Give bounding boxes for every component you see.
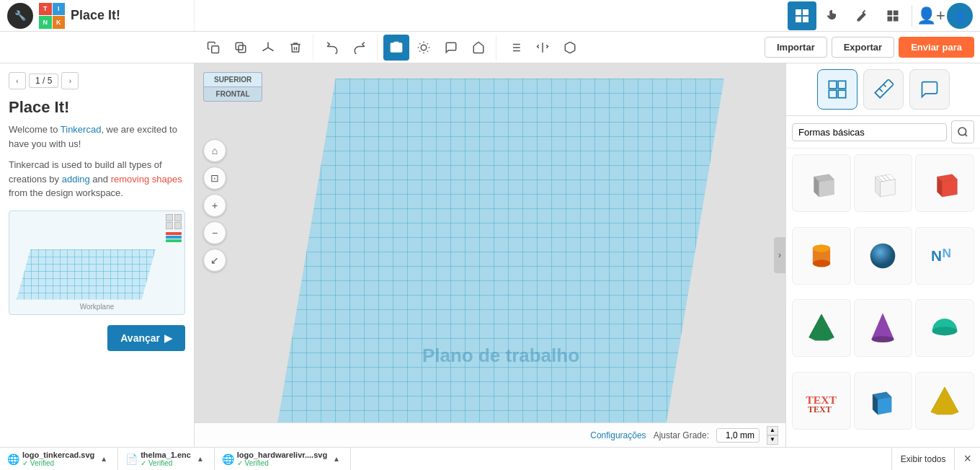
redo-btn[interactable]: [347, 35, 373, 61]
light-btn[interactable]: [411, 35, 437, 61]
next-page-btn[interactable]: ›: [61, 72, 79, 89]
svg-rect-4: [888, 10, 893, 15]
config-link[interactable]: Configurações: [590, 430, 646, 440]
canvas-bottom-bar: Configurações Ajustar Grade: ▲ ▼: [195, 422, 785, 447]
edit-tools: [315, 35, 378, 61]
zoom-in-btn[interactable]: +: [203, 194, 226, 217]
shape-search-btn[interactable]: [951, 120, 974, 143]
fit-view-btn[interactable]: ⊡: [203, 167, 226, 190]
duplicate-btn[interactable]: [228, 35, 254, 61]
group-btn[interactable]: [557, 35, 583, 61]
dl-close-btn[interactable]: ×: [954, 448, 980, 470]
more-tools: [498, 35, 587, 61]
undo-btn[interactable]: [319, 35, 345, 61]
home-view-btn[interactable]: ⌂: [203, 139, 226, 162]
user-avatar[interactable]: 👤: [947, 3, 973, 29]
topbar-logo: 🔧 T I N K Place It!: [0, 0, 195, 31]
shape-box-striped[interactable]: [854, 154, 913, 212]
camera-btn[interactable]: [383, 35, 409, 61]
right-panel-collapse-btn[interactable]: ›: [774, 237, 785, 273]
app-icon: 🔧: [7, 3, 33, 29]
shape2-btn[interactable]: [466, 35, 491, 61]
svg-rect-10: [239, 45, 246, 53]
topbar-actions: 👤+ 👤: [788, 1, 980, 30]
svg-point-50: [870, 243, 896, 268]
perspective-btn[interactable]: ↙: [203, 249, 226, 272]
build-btn[interactable]: [848, 1, 877, 30]
download-item-3: 🌐 logo_hardwarelivr....svg ✓ Verified ▲: [215, 448, 351, 470]
advance-btn[interactable]: Avançar ▶: [107, 325, 185, 351]
svg-marker-55: [872, 313, 894, 339]
grade-down-btn[interactable]: ▼: [767, 435, 778, 445]
shape-cylinder-orange[interactable]: [792, 227, 851, 285]
shape-blue-box[interactable]: [854, 372, 913, 430]
dl-icon-2: 📄: [125, 453, 138, 465]
shape-half-sphere[interactable]: [915, 299, 974, 357]
dl-show-all-btn[interactable]: Exibir todos: [891, 448, 955, 470]
add-user-btn[interactable]: 👤+: [917, 1, 945, 30]
workplane-btn[interactable]: [255, 35, 281, 61]
shape-sphere-teal[interactable]: [854, 227, 913, 285]
workplane-grid[interactable]: [277, 79, 724, 425]
svg-rect-28: [829, 90, 837, 98]
svg-marker-64: [931, 386, 958, 414]
export-btn[interactable]: Exportar: [832, 37, 894, 58]
hand-tool-btn[interactable]: [818, 1, 847, 30]
left-panel: ‹ 1 / 5 › Place It! Welcome to Tinkercad…: [0, 63, 195, 447]
toolbar: Importar Exportar Enviar para: [0, 32, 980, 63]
svg-point-56: [872, 336, 894, 342]
dl-expand-1[interactable]: ▲: [97, 455, 110, 463]
view-controls: ⌂ ⊡ + − ↙: [203, 139, 226, 272]
send-btn[interactable]: Enviar para: [899, 37, 974, 58]
download-item-1: 🌐 logo_tinkercad.svg ✓ Verified ▲: [0, 448, 118, 470]
comment-btn[interactable]: [438, 35, 464, 61]
thumb-workplane-grid: [17, 249, 156, 300]
gallery-btn[interactable]: [878, 1, 907, 30]
right-panel: Formas básicas: [785, 63, 980, 447]
panel-title: Place It!: [9, 98, 185, 117]
copy-btn[interactable]: [200, 35, 226, 61]
shape-text3d[interactable]: N N: [915, 227, 974, 285]
svg-text:N: N: [943, 245, 952, 260]
delete-btn[interactable]: [282, 35, 308, 61]
workplane-area: Plano de trabalho: [231, 85, 771, 418]
svg-text:N: N: [931, 247, 942, 263]
shape-yellow-triangle[interactable]: [915, 372, 974, 430]
toolbar-right: Importar Exportar Enviar para: [765, 37, 974, 58]
zoom-out-btn[interactable]: −: [203, 221, 226, 244]
dl-expand-2[interactable]: ▲: [194, 455, 207, 463]
workplane: Plano de trabalho: [277, 79, 724, 425]
svg-rect-2: [796, 17, 801, 22]
grade-up-btn[interactable]: ▲: [767, 426, 778, 435]
grid-view-btn[interactable]: [788, 1, 816, 30]
dl-file-info-1: logo_tinkercad.svg ✓ Verified: [22, 451, 94, 467]
svg-rect-5: [894, 10, 899, 15]
ruler-panel-btn[interactable]: [863, 69, 904, 110]
prev-page-btn[interactable]: ‹: [9, 72, 26, 89]
center-canvas[interactable]: SUPERIOR FRONTAL ⌂ ⊡ + − ↙ Plano de trab…: [195, 63, 785, 447]
view-cube[interactable]: SUPERIOR FRONTAL: [203, 72, 262, 102]
dl-icon-3: 🌐: [222, 453, 234, 465]
svg-marker-54: [808, 314, 834, 340]
dl-expand-3[interactable]: ▲: [330, 455, 343, 463]
page-indicator[interactable]: 1 / 5: [29, 74, 58, 88]
align-btn[interactable]: [502, 35, 528, 61]
notes-panel-btn[interactable]: [909, 69, 950, 110]
grade-arrows: ▲ ▼: [767, 426, 778, 445]
shape-box-gray[interactable]: [792, 154, 851, 212]
svg-line-15: [427, 50, 428, 51]
shape-cone-purple[interactable]: [854, 299, 913, 357]
import-btn[interactable]: Importar: [765, 37, 827, 58]
tinkercad-logo: T I N K: [39, 3, 65, 29]
thumb-mini-tools: [166, 214, 182, 242]
shape-red-text[interactable]: TEXT TEXT: [792, 372, 851, 430]
panel-paragraph1: Welcome to Tinkercad, we are excited to …: [9, 123, 185, 151]
grade-input[interactable]: [716, 428, 760, 443]
shapes-panel-btn[interactable]: [817, 69, 858, 110]
mirror-btn[interactable]: [530, 35, 556, 61]
dl-verified-3: ✓ Verified: [237, 459, 327, 467]
shape-box-red[interactable]: [915, 154, 974, 212]
shape-pyramid-green[interactable]: [792, 299, 851, 357]
shape-category-select[interactable]: Formas básicas: [792, 123, 947, 141]
svg-marker-36: [819, 179, 834, 197]
